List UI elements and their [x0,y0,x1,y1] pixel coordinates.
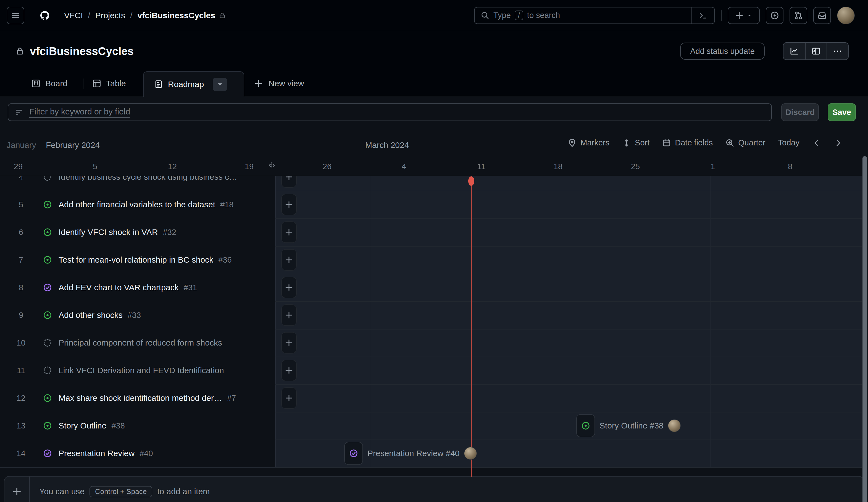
add-date-button[interactable] [281,360,297,381]
issue-number: #18 [220,200,234,209]
side-panel-toggle-button[interactable] [805,43,827,59]
row-number: 4 [8,177,34,182]
markers-button[interactable]: Markers [568,138,609,147]
assignee-avatar[interactable] [668,419,681,432]
pill-label[interactable]: Story Outline #38 [599,421,663,430]
issue-closed-icon [43,449,52,458]
project-menu-button[interactable] [827,43,848,59]
breadcrumb-section[interactable]: Projects [95,11,125,20]
item-title[interactable]: Add other shocks [59,310,123,320]
global-nav-actions: Type / to search [474,7,855,24]
month-gridline [370,177,370,467]
item-title[interactable]: Max share shock identification method de… [59,393,222,403]
add-date-button[interactable] [281,177,297,188]
item-title[interactable]: Test for mean-vol relationship in BC sho… [59,255,213,264]
tab-roadmap-active[interactable]: Roadmap [143,71,244,97]
issues-button[interactable] [766,7,784,24]
timeline-item-pill[interactable]: Story Outline #38 [576,414,681,437]
table-row[interactable]: 5Add other financial variables to the da… [0,191,275,218]
table-row[interactable]: 14Presentation Review#40 [0,440,275,467]
table-row[interactable]: 6Identify VFCI shock in VAR#32 [0,218,275,246]
insights-button[interactable] [784,43,805,59]
sort-button[interactable]: Sort [622,138,650,147]
filter-icon [15,108,24,117]
breadcrumb-org[interactable]: VFCI [64,11,83,20]
pill-date-chip[interactable] [576,414,595,437]
item-title[interactable]: Story Outline [59,421,106,430]
month-label: March 2024 [365,140,409,150]
date-tick-label: 29 [14,162,23,171]
tab-table[interactable]: Table [92,71,126,96]
issue-opened-icon [43,421,52,430]
chevron-down-icon [746,12,753,19]
item-title[interactable]: Identify VFCI shock in VAR [59,228,158,237]
date-fields-button[interactable]: Date fields [662,138,713,147]
row-number: 10 [8,338,34,348]
search-placeholder-prefix: Type [493,11,511,20]
item-title[interactable]: Principal component of reduced form shoc… [59,338,222,348]
today-marker-line [471,177,472,477]
pill-date-chip[interactable] [344,442,363,465]
command-palette-button[interactable] [691,8,714,23]
item-title[interactable]: Link VFCI Derivation and FEVD Identifica… [59,366,224,375]
new-view-button[interactable]: New view [254,71,304,96]
save-button[interactable]: Save [828,103,856,121]
timeline-item-pill[interactable]: Presentation Review #40 [344,442,477,465]
item-title[interactable]: Add FEV chart to VAR chartpack [59,283,179,292]
issue-number: #31 [184,283,197,292]
issue-opened-icon [43,200,52,209]
table-row[interactable]: 12Max share shock identification method … [0,384,275,412]
scroll-right-button[interactable] [834,139,843,147]
tab-board[interactable]: Board [31,71,68,96]
search-input[interactable]: Type / to search [474,7,715,24]
month-label: February 2024 [46,140,100,150]
table-row[interactable]: 13Story Outline#38 [0,412,275,440]
row-number: 7 [8,255,34,264]
row-number: 14 [8,449,34,458]
date-tick-label: 5 [93,162,97,171]
table-row[interactable]: 10Principal component of reduced form sh… [0,329,275,357]
roadmap-content: 4Identify business cycle shock using bus… [0,177,868,477]
lock-icon [218,12,226,19]
discard-button[interactable]: Discard [781,103,819,121]
table-row[interactable]: 8Add FEV chart to VAR chartpack#31 [0,274,275,301]
item-title[interactable]: Identify business cycle shock using busi… [59,177,237,182]
search-icon [481,11,489,20]
hamburger-menu-button[interactable] [7,7,24,24]
add-date-button[interactable] [281,221,297,243]
add-date-button[interactable] [281,249,297,271]
github-logo[interactable] [36,7,54,24]
table-row[interactable]: 9Add other shocks#33 [0,301,275,329]
add-date-button[interactable] [281,387,297,409]
vertical-scrollbar[interactable] [862,156,867,502]
inbox-icon [818,11,827,20]
add-date-button[interactable] [281,332,297,353]
pill-label[interactable]: Presentation Review #40 [368,449,460,458]
today-button[interactable]: Today [778,138,799,147]
table-row[interactable]: 7Test for mean-vol relationship in BC sh… [0,246,275,274]
breadcrumb-project[interactable]: vfciBusinessCycles [137,11,226,20]
global-nav: VFCI / Projects / vfciBusinessCycles Typ… [0,0,868,31]
scroll-left-button[interactable] [812,139,821,147]
item-title[interactable]: Add other financial variables to the dat… [59,200,215,209]
filter-input[interactable]: Filter by keyword or by field [8,103,772,121]
table-row[interactable]: 4Identify business cycle shock using bus… [0,177,275,191]
user-avatar[interactable] [837,7,855,24]
add-status-update-button[interactable]: Add status update [680,42,765,60]
pull-requests-button[interactable] [789,7,807,24]
add-date-button[interactable] [281,304,297,326]
table-row[interactable]: 11Link VFCI Derivation and FEVD Identifi… [0,357,275,384]
add-item-omnibar[interactable]: You can use Control + Space to add an it… [4,476,864,502]
create-new-button[interactable] [728,7,760,24]
inbox-button[interactable] [813,7,831,24]
assignee-avatar[interactable] [464,447,477,460]
zoom-level-button[interactable]: Quarter [725,138,765,147]
view-options-button[interactable] [213,78,227,91]
column-resize-handle[interactable] [267,161,276,170]
issue-opened-icon [43,228,52,237]
add-item-button[interactable] [4,476,29,502]
item-title[interactable]: Presentation Review [59,449,135,458]
add-date-button[interactable] [281,194,297,215]
add-date-button[interactable] [281,277,297,298]
row-number: 12 [8,394,34,403]
